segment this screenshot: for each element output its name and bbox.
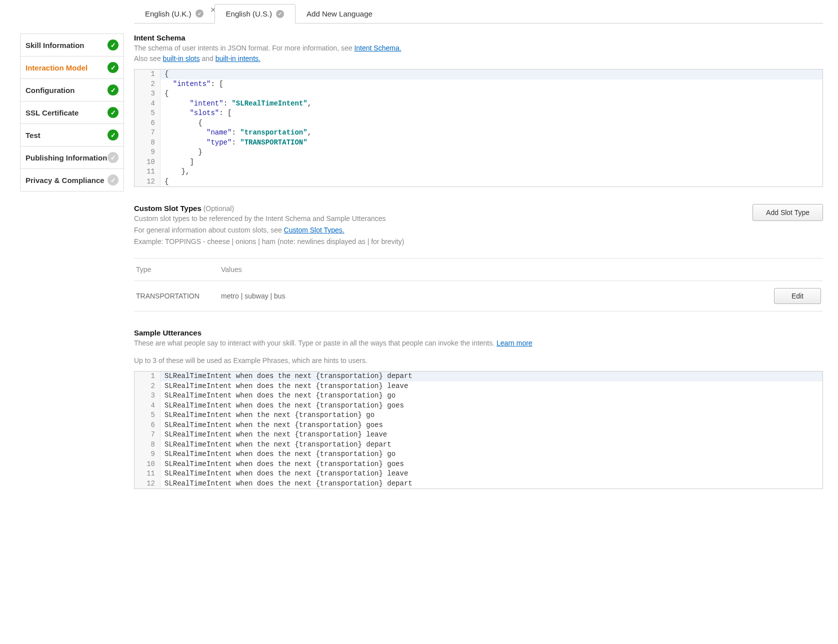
sidebar-item[interactable]: SSL Certificate [20, 102, 124, 124]
code-row[interactable]: 9SLRealTimeIntent when does the next {tr… [134, 450, 822, 460]
add-slot-type-button[interactable]: Add Slot Type [752, 204, 823, 221]
code-line[interactable]: "intents": [ [160, 80, 224, 90]
code-line[interactable]: SLRealTimeIntent when does the next {tra… [160, 479, 412, 489]
line-number: 1 [134, 70, 160, 80]
builtin-slots-link[interactable]: built-in slots [163, 54, 200, 62]
line-number: 5 [134, 410, 160, 420]
code-row[interactable]: 4 "intent": "SLRealTimeIntent", [134, 99, 822, 109]
sidebar-item[interactable]: Interaction Model [20, 56, 124, 79]
code-row[interactable]: 5 "slots": [ [134, 108, 822, 118]
code-line[interactable]: "type": "TRANSPORTATION" [160, 138, 308, 148]
code-row[interactable]: 4SLRealTimeIntent when does the next {tr… [134, 401, 822, 411]
code-line[interactable]: SLRealTimeIntent when does the next {tra… [160, 401, 404, 411]
sidebar-item-label: Skill Information [26, 41, 84, 50]
custom-slot-types-link[interactable]: Custom Slot Types. [284, 226, 344, 234]
code-line[interactable]: SLRealTimeIntent when does the next {tra… [160, 450, 396, 460]
check-icon [108, 174, 118, 186]
code-line[interactable]: SLRealTimeIntent when the next {transpor… [160, 440, 392, 450]
code-line[interactable]: SLRealTimeIntent when the next {transpor… [160, 430, 387, 440]
code-row[interactable]: 7SLRealTimeIntent when the next {transpo… [134, 430, 822, 440]
code-line[interactable]: { [160, 70, 168, 80]
line-number: 4 [134, 99, 160, 109]
code-row[interactable]: 1SLRealTimeIntent when does the next {tr… [134, 372, 822, 382]
sidebar-item[interactable]: Configuration [20, 79, 124, 102]
tab-label: English (U.K.) [145, 10, 192, 18]
tab-add-language[interactable]: Add New Language [296, 4, 384, 23]
code-line[interactable]: { [160, 177, 168, 187]
code-row[interactable]: 11 }, [134, 167, 822, 177]
code-row[interactable]: 3{ [134, 89, 822, 99]
utterances-note: Up to 3 of these will be used as Example… [134, 356, 823, 366]
code-row[interactable]: 8SLRealTimeIntent when the next {transpo… [134, 440, 822, 450]
edit-slot-button[interactable]: Edit [774, 288, 821, 304]
code-row[interactable]: 12SLRealTimeIntent when does the next {t… [134, 479, 822, 489]
line-number: 2 [134, 80, 160, 90]
code-line[interactable]: SLRealTimeIntent when does the next {tra… [160, 469, 408, 479]
line-number: 9 [134, 450, 160, 460]
sidebar-item[interactable]: Skill Information [20, 34, 124, 56]
sidebar-item[interactable]: Publishing Information [20, 146, 124, 169]
utterances-learn-more-link[interactable]: Learn more [496, 339, 532, 347]
intent-schema-section: Intent Schema The schema of user intents… [134, 34, 823, 187]
code-line[interactable]: "name": "transportation", [160, 128, 312, 138]
sidebar-item-label: Publishing Information [26, 154, 107, 162]
code-line[interactable]: { [160, 89, 168, 99]
tab-language[interactable]: English (U.S.) [214, 4, 296, 24]
line-number: 3 [134, 89, 160, 99]
line-number: 7 [134, 128, 160, 138]
slot-table-header: Type Values [134, 258, 823, 281]
optional-label: (Optional) [204, 204, 234, 212]
code-line[interactable]: { [160, 118, 202, 128]
check-icon [108, 152, 118, 163]
line-number: 12 [134, 177, 160, 187]
code-line[interactable]: } [160, 148, 202, 158]
language-tabs: English (U.K.)✕English (U.S.)Add New Lan… [134, 4, 823, 24]
code-row[interactable]: 10SLRealTimeIntent when does the next {t… [134, 460, 822, 470]
code-line[interactable]: }, [160, 167, 190, 177]
code-row[interactable]: 3SLRealTimeIntent when does the next {tr… [134, 391, 822, 401]
code-row[interactable]: 2SLRealTimeIntent when does the next {tr… [134, 382, 822, 392]
line-number: 11 [134, 469, 160, 479]
sidebar-item-label: Interaction Model [26, 64, 88, 72]
code-line[interactable]: SLRealTimeIntent when does the next {tra… [160, 460, 404, 470]
code-line[interactable]: SLRealTimeIntent when the next {transpor… [160, 420, 383, 430]
line-number: 8 [134, 440, 160, 450]
code-row[interactable]: 11SLRealTimeIntent when does the next {t… [134, 469, 822, 479]
check-icon [108, 130, 118, 140]
sidebar-item[interactable]: Test [20, 124, 124, 146]
code-line[interactable]: SLRealTimeIntent when does the next {tra… [160, 391, 396, 401]
code-row[interactable]: 5SLRealTimeIntent when the next {transpo… [134, 410, 822, 420]
slot-table: Type Values TRANSPORTATIONmetro | subway… [134, 258, 823, 312]
code-row[interactable]: 9 } [134, 148, 822, 158]
intent-schema-desc: The schema of user intents in JSON forma… [134, 43, 823, 64]
builtin-intents-link[interactable]: built-in intents. [216, 54, 260, 62]
slot-table-row: TRANSPORTATIONmetro | subway | busEdit [134, 281, 823, 312]
tab-language[interactable]: English (U.K.)✕ [134, 4, 214, 23]
code-row[interactable]: 6SLRealTimeIntent when the next {transpo… [134, 420, 822, 430]
code-row[interactable]: 12{ [134, 177, 822, 187]
sidebar-item[interactable]: Privacy & Compliance [20, 169, 124, 191]
intent-schema-link[interactable]: Intent Schema. [354, 44, 401, 52]
line-number: 6 [134, 420, 160, 430]
line-number: 12 [134, 479, 160, 489]
code-line[interactable]: SLRealTimeIntent when does the next {tra… [160, 372, 412, 382]
utterances-editor[interactable]: 1SLRealTimeIntent when does the next {tr… [134, 371, 823, 489]
code-line[interactable]: ] [160, 158, 194, 168]
code-line[interactable]: SLRealTimeIntent when does the next {tra… [160, 382, 408, 392]
intent-schema-editor[interactable]: 1{2 "intents": [3{4 "intent": "SLRealTim… [134, 69, 823, 187]
sidebar-item-label: Privacy & Compliance [26, 176, 104, 184]
line-number: 9 [134, 148, 160, 158]
code-line[interactable]: "intent": "SLRealTimeIntent", [160, 99, 312, 109]
code-row[interactable]: 10 ] [134, 158, 822, 168]
line-number: 4 [134, 401, 160, 411]
code-row[interactable]: 6 { [134, 118, 822, 128]
code-row[interactable]: 1{ [134, 70, 822, 80]
code-row[interactable]: 8 "type": "TRANSPORTATION" [134, 138, 822, 148]
check-icon [108, 62, 118, 73]
sidebar-item-label: Test [26, 131, 40, 140]
sidebar-nav: Skill InformationInteraction ModelConfig… [20, 34, 124, 192]
code-line[interactable]: "slots": [ [160, 108, 232, 118]
code-row[interactable]: 2 "intents": [ [134, 80, 822, 90]
code-row[interactable]: 7 "name": "transportation", [134, 128, 822, 138]
code-line[interactable]: SLRealTimeIntent when the next {transpor… [160, 410, 374, 420]
